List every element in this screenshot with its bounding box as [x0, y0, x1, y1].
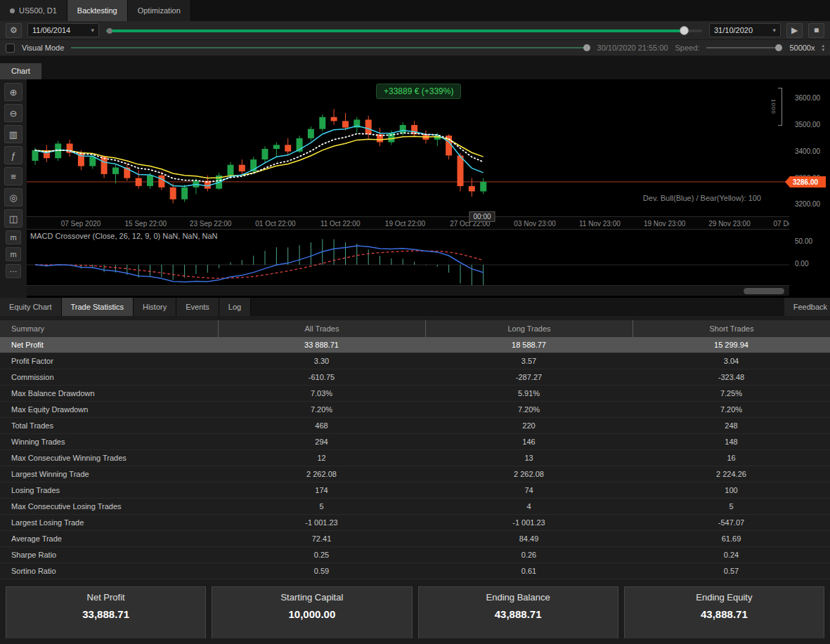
table-row[interactable]: Losing Trades17474100	[0, 482, 830, 499]
summary-card-net-profit: Net Profit33,888.71	[6, 586, 206, 638]
speed-value: 50000x	[789, 44, 815, 52]
table-row[interactable]: Max Equity Drawdown7.20%7.20%7.20%	[0, 402, 830, 418]
tab-log-label: Log	[228, 303, 241, 311]
short-trades-value: 3.04	[633, 357, 830, 365]
objects-button[interactable]: ≡	[4, 167, 22, 185]
all-trades-value: -610.75	[218, 373, 425, 381]
marker-m2-icon: m	[10, 250, 16, 258]
price-axis-tick: 3600.00	[795, 94, 820, 102]
trade-statistics-table: Summary All Trades Long Trades Short Tra…	[0, 320, 830, 579]
tab-chart[interactable]: Chart	[0, 63, 41, 79]
chart-plot[interactable]: +33889 € (+339%) Dev. Bull(Blue) / Bear(…	[27, 79, 789, 298]
price-axis[interactable]: 3600.003500.003400.003300.003200.00 3286…	[789, 79, 830, 298]
short-trades-value: 15 299.94	[633, 341, 830, 349]
tab-trade-statistics-label: Trade Statistics	[71, 303, 124, 311]
column-header-long-trades[interactable]: Long Trades	[425, 320, 633, 337]
table-row[interactable]: Sharpe Ratio0.250.260.24	[0, 547, 830, 563]
x-axis-tick: 19 Nov 23:00	[633, 220, 696, 228]
short-trades-value: 0.57	[633, 567, 830, 575]
macd-title: MACD Crossover (Close, 26, 12, 9, 0) NaN…	[30, 232, 218, 240]
chart-type-icon: ▥	[9, 129, 18, 140]
arrow-down-icon[interactable]: ▾	[822, 48, 824, 52]
marker-m2-button[interactable]: m	[6, 247, 21, 261]
visibility-button[interactable]: ◎	[4, 188, 22, 206]
row-label: Max Consecutive Winning Trades	[0, 454, 218, 462]
short-trades-value: 148	[633, 438, 830, 446]
table-row[interactable]: Sortino Ratio0.590.610.57	[0, 563, 830, 579]
table-row[interactable]: Profit Factor3.303.573.04	[0, 353, 830, 369]
progress-handle[interactable]	[680, 26, 689, 35]
tab-trade-statistics[interactable]: Trade Statistics	[62, 298, 134, 316]
horizontal-scrollbar[interactable]	[27, 285, 789, 296]
speed-stepper[interactable]: ▴ ▾	[822, 44, 824, 52]
column-header-short-trades[interactable]: Short Trades	[633, 320, 830, 337]
long-trades-value: 220	[425, 421, 633, 430]
tab-optimization[interactable]: Optimization	[128, 0, 191, 21]
table-row[interactable]: Average Trade72.4184.4961.69	[0, 531, 830, 547]
all-trades-value: 174	[218, 486, 425, 494]
start-date-picker[interactable]: 11/06/2014 ▾	[27, 23, 99, 37]
settings-button[interactable]: ⚙	[6, 23, 22, 38]
backtest-progress-slider[interactable]	[105, 22, 703, 39]
long-trades-value: 3.57	[425, 357, 633, 365]
table-row[interactable]: Max Consecutive Winning Trades121316	[0, 450, 830, 466]
indicators-button[interactable]: ƒ	[4, 146, 22, 164]
long-trades-value: 74	[425, 486, 633, 494]
playback-timeline-slider[interactable]	[71, 43, 590, 53]
macd-axis-tick: 0.00	[795, 260, 808, 268]
visual-mode-label: Visual Mode	[22, 44, 64, 52]
tab-instrument[interactable]: US500, D1	[0, 0, 67, 21]
table-row[interactable]: Commission-610.75-287.27-323.48	[0, 369, 830, 386]
more-button[interactable]: ⋯	[6, 264, 21, 278]
draw-button[interactable]: ◫	[4, 209, 22, 228]
tab-feedback[interactable]: Feedback	[784, 298, 830, 316]
progress-start-marker	[107, 28, 112, 34]
scrollbar-thumb[interactable]	[744, 288, 784, 294]
gear-icon: ⚙	[10, 25, 18, 35]
column-header-summary[interactable]: Summary	[0, 324, 218, 333]
column-header-all-trades[interactable]: All Trades	[218, 320, 425, 337]
short-trades-value: 7.20%	[633, 405, 830, 414]
tab-history[interactable]: History	[134, 298, 176, 316]
speed-track[interactable]	[706, 47, 778, 48]
table-row[interactable]: Net Profit33 888.7118 588.7715 299.94	[0, 337, 830, 353]
tab-equity-chart[interactable]: Equity Chart	[0, 298, 62, 316]
speed-slider[interactable]	[706, 43, 782, 53]
tab-log[interactable]: Log	[219, 298, 251, 316]
tab-optimization-label: Optimization	[138, 6, 181, 15]
table-row[interactable]: Max Balance Drawdown7.03%5.91%7.25%	[0, 386, 830, 402]
macd-panel[interactable]: MACD Crossover (Close, 26, 12, 9, 0) NaN…	[27, 229, 789, 285]
table-row[interactable]: Max Consecutive Losing Trades545	[0, 499, 830, 515]
price-chart[interactable]: +33889 € (+339%) Dev. Bull(Blue) / Bear(…	[27, 79, 789, 216]
table-row[interactable]: Largest Losing Trade-1 001.23-1 001.23-5…	[0, 515, 830, 531]
table-row[interactable]: Total Trades468220248	[0, 418, 830, 434]
macd-axis-tick: 50.00	[795, 237, 812, 245]
timeline-track[interactable]	[71, 47, 585, 48]
zoom-in-button[interactable]: ⊕	[4, 83, 22, 101]
end-date-picker[interactable]: 31/10/2020 ▾	[709, 23, 781, 37]
play-button[interactable]: ▶	[786, 23, 803, 38]
visual-mode-checkbox[interactable]	[6, 44, 15, 53]
all-trades-value: 0.25	[218, 551, 425, 559]
row-label: Total Trades	[0, 421, 218, 430]
tab-events[interactable]: Events	[176, 298, 219, 316]
x-axis-tick: 19 Oct 22:00	[374, 220, 437, 228]
table-row[interactable]: Winning Trades294146148	[0, 434, 830, 450]
speed-handle[interactable]	[775, 44, 782, 51]
table-row[interactable]: Largest Winning Trade2 262.082 262.082 2…	[0, 466, 830, 482]
draw-icon: ◫	[9, 213, 18, 224]
zoom-out-button[interactable]: ⊖	[4, 104, 22, 122]
playback-time: 30/10/2020 21:55:00	[597, 44, 668, 52]
row-label: Losing Trades	[0, 486, 218, 494]
more-icon: ⋯	[10, 267, 18, 276]
timeline-handle[interactable]	[583, 44, 590, 51]
card-title: Starting Capital	[212, 592, 411, 603]
chart-type-button[interactable]: ▥	[4, 125, 22, 143]
x-axis-tick: 11 Oct 22:00	[309, 220, 372, 228]
short-trades-value: -323.48	[633, 373, 830, 381]
x-axis[interactable]: 07 Sep 202015 Sep 22:0023 Sep 22:0001 Oc…	[27, 216, 789, 229]
marker-m1-button[interactable]: m	[6, 230, 21, 244]
stop-button[interactable]: ■	[808, 23, 824, 38]
card-value: 43,888.71	[419, 608, 618, 620]
tab-backtesting[interactable]: Backtesting	[67, 0, 128, 21]
